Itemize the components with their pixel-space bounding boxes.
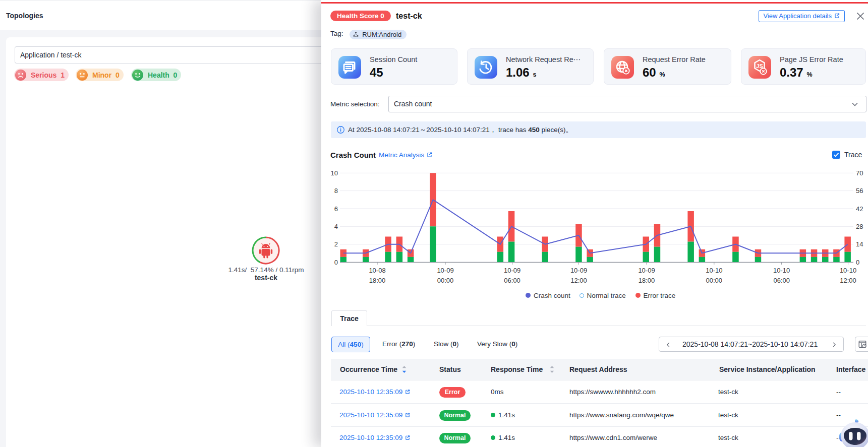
svg-text:10-10: 10-10 xyxy=(773,267,790,274)
svg-text:00:00: 00:00 xyxy=(437,277,454,284)
svg-text:42: 42 xyxy=(856,205,863,213)
svg-text:70: 70 xyxy=(856,169,863,177)
svg-text:10-09: 10-09 xyxy=(504,267,520,274)
svg-text:10-10: 10-10 xyxy=(706,267,722,274)
svg-text:10-09: 10-09 xyxy=(638,267,655,274)
svg-text:56: 56 xyxy=(856,187,863,195)
svg-text:2: 2 xyxy=(334,240,338,248)
svg-text:0: 0 xyxy=(334,259,338,266)
svg-text:8: 8 xyxy=(334,187,338,195)
svg-text:10-08: 10-08 xyxy=(369,267,385,274)
svg-text:00:00: 00:00 xyxy=(706,277,723,284)
svg-text:10: 10 xyxy=(331,169,338,177)
svg-text:10-10: 10-10 xyxy=(840,267,856,274)
svg-text:06:00: 06:00 xyxy=(504,277,520,284)
svg-text:18:00: 18:00 xyxy=(639,277,655,284)
svg-text:10-09: 10-09 xyxy=(437,267,453,274)
svg-text:10-09: 10-09 xyxy=(570,267,587,274)
svg-text:0: 0 xyxy=(856,259,859,266)
svg-text:12:00: 12:00 xyxy=(570,277,587,284)
svg-text:18:00: 18:00 xyxy=(369,277,386,284)
svg-text:06:00: 06:00 xyxy=(773,277,790,284)
svg-text:28: 28 xyxy=(856,223,863,230)
svg-text:14: 14 xyxy=(856,240,863,248)
svg-text:4: 4 xyxy=(334,223,338,230)
svg-text:6: 6 xyxy=(334,205,338,213)
svg-text:12:00: 12:00 xyxy=(840,277,856,284)
